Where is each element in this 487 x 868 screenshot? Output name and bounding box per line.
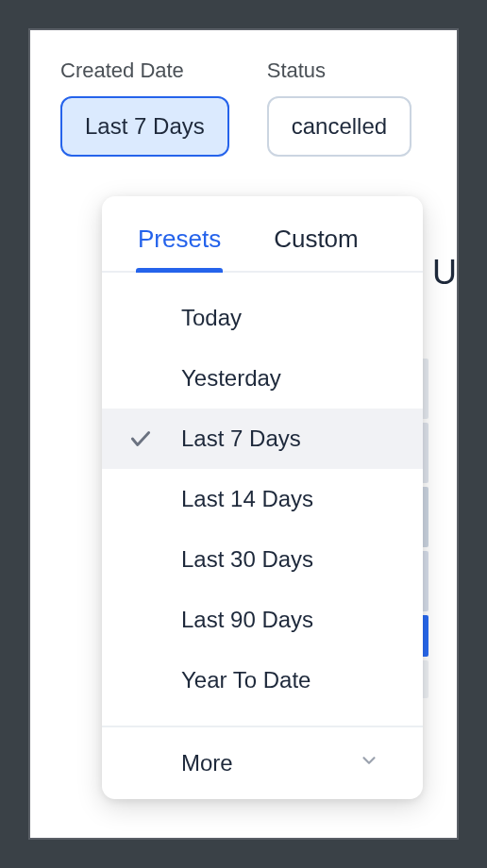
preset-label: Last 30 Days xyxy=(181,546,313,573)
preset-label: Yesterday xyxy=(181,365,281,392)
preset-item-year-to-date[interactable]: Year To Date xyxy=(102,650,423,710)
preset-item-last-30-days[interactable]: Last 30 Days xyxy=(102,529,423,590)
background-text: U xyxy=(432,253,457,292)
preset-item-yesterday[interactable]: Yesterday xyxy=(102,348,423,409)
preset-label: Last 90 Days xyxy=(181,607,313,633)
created-date-value: Last 7 Days xyxy=(85,113,205,139)
preset-item-last-7-days[interactable]: Last 7 Days xyxy=(102,409,423,469)
created-date-pill[interactable]: Last 7 Days xyxy=(60,96,229,157)
tab-custom[interactable]: Custom xyxy=(266,196,366,271)
filters-panel: Created Date Last 7 Days Status cancelle… xyxy=(28,28,459,840)
filters-row: Created Date Last 7 Days Status cancelle… xyxy=(60,58,427,157)
preset-label: Today xyxy=(181,305,242,331)
more-label: More xyxy=(181,750,233,776)
preset-list: Today Yesterday Last 7 Days Last 14 Days… xyxy=(102,273,423,726)
preset-item-today[interactable]: Today xyxy=(102,288,423,348)
preset-label: Year To Date xyxy=(181,667,311,693)
status-pill[interactable]: cancelled xyxy=(267,96,411,157)
dropdown-more-button[interactable]: More xyxy=(102,726,423,799)
chevron-down-icon xyxy=(359,750,379,776)
preset-item-last-14-days[interactable]: Last 14 Days xyxy=(102,469,423,529)
check-icon xyxy=(125,426,181,451)
preset-label: Last 7 Days xyxy=(181,426,301,452)
date-preset-dropdown: Presets Custom Today Yesterday Last 7 Da… xyxy=(102,196,423,799)
preset-item-last-90-days[interactable]: Last 90 Days xyxy=(102,590,423,650)
status-label: Status xyxy=(267,58,411,83)
created-date-label: Created Date xyxy=(60,58,229,83)
dropdown-tabs: Presets Custom xyxy=(102,196,423,273)
status-value: cancelled xyxy=(292,113,387,139)
tab-presets[interactable]: Presets xyxy=(130,196,228,271)
status-filter-group: Status cancelled xyxy=(267,58,411,157)
preset-label: Last 14 Days xyxy=(181,486,313,512)
created-date-filter-group: Created Date Last 7 Days xyxy=(60,58,229,157)
